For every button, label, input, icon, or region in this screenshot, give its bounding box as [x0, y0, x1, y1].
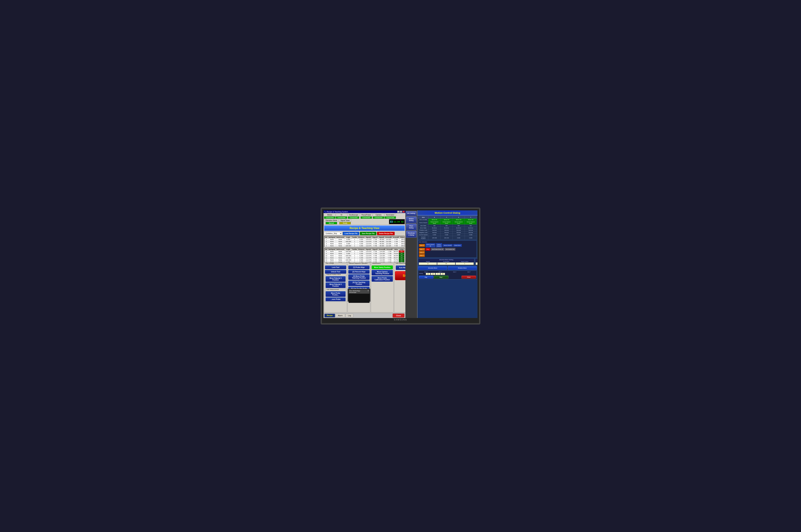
nav-osc-label[interactable]: Oscilloscope — [348, 213, 360, 216]
axis-y-button[interactable]: Axis Y — [419, 248, 425, 251]
axis-selection-row: Axis X Home SearchAll HomeSearch Servo O… — [419, 243, 476, 247]
mcd-close-button[interactable]: Close — [462, 276, 476, 279]
move-fiducial2-button[interactable]: Move Fiducial 2Position — [325, 283, 346, 288]
relative-move-button[interactable]: Relative Move — [448, 266, 477, 270]
jog-vel-z[interactable] — [435, 273, 440, 275]
nav-piezo-label[interactable]: Piezo(Probe) — [360, 213, 372, 216]
col-signaly: SignalY — [372, 236, 378, 239]
mcd-poslimit-label: Positive Limit — [418, 229, 428, 231]
table-row: 11NoneNone-0.00010.250-114.5757.735114.3… — [325, 257, 405, 259]
t2-signalx: SignalX — [365, 248, 372, 250]
axis-t-button[interactable]: Axis T — [419, 254, 425, 257]
mcd-axisstate-x: Idle — [428, 225, 441, 227]
abs-target-input[interactable] — [455, 262, 474, 265]
nav-opmode-label[interactable]: Operation Mode — [324, 219, 339, 222]
ipc-setting-button[interactable]: IPC Setting — [406, 211, 417, 216]
jog-minus-button[interactable]: Jog - — [419, 276, 433, 279]
recipe-dropdown[interactable]: Exhibition_Strip — [324, 232, 342, 235]
motion-control-dialog: Motion Control Dialog Axis X Y Z T — [417, 210, 478, 318]
jog-vel-t[interactable] — [441, 273, 445, 275]
t2-no: NO — [325, 248, 328, 250]
rel-velocity-input[interactable] — [476, 262, 478, 265]
home-search-all-button[interactable]: Home SearchAll — [426, 243, 435, 247]
mcd-neglimit-x: Normal — [428, 231, 441, 234]
nav-camera-label[interactable]: Camera — [373, 213, 384, 216]
tab-log[interactable]: Log — [346, 314, 353, 317]
mcd-poslimit-y: Normal — [441, 229, 452, 231]
home-search-button[interactable]: HomeSearch — [436, 243, 442, 247]
tab-alarm[interactable]: Alarm — [335, 314, 345, 317]
nav-illum-label[interactable]: Illumination — [385, 213, 396, 216]
mcd-servo-x: Servo On — [428, 218, 441, 221]
jog-velocity-row: Velocity — [419, 273, 476, 275]
jog-plus-button[interactable]: Jog + — [434, 276, 448, 279]
close-window-button[interactable]: ✕ — [403, 211, 405, 213]
minimize-button[interactable]: _ — [397, 211, 399, 213]
popup-close-icon[interactable]: ✕ — [368, 290, 369, 293]
table-row: 10NoneNone-180.00010.250-114.5757.735114… — [325, 255, 405, 257]
piezo-dialog-button[interactable]: PiezoDialog — [406, 224, 417, 230]
save-recipe-button[interactable]: Save Recipe File — [360, 232, 376, 235]
absolute-move-box: Absolute Move Setting Velocity Accelerat… — [418, 258, 474, 266]
move-probe-cal-button[interactable]: Move ProbeCalibration Position — [372, 276, 393, 282]
auto-meas-title: Auto Measurement — [395, 262, 405, 264]
col-groundf: GroundF — [392, 236, 399, 239]
jog-axis-x-label: Axis X — [419, 271, 433, 272]
jog-header: Axis X Axis Y Axis Z Axis T — [419, 271, 476, 272]
delete-recipe-button[interactable]: Delete Recipe File — [377, 232, 395, 235]
table-row: 8NoneNone-180.00010.250-114.5757.735114.… — [325, 250, 405, 253]
main-close-button[interactable]: Close — [393, 314, 405, 318]
nav-motion-label[interactable]: Motion — [324, 213, 335, 216]
get-teaching-button[interactable]: [4] Get TeachingPosition — [348, 281, 370, 286]
nav-io-label[interactable]: IO — [336, 213, 347, 216]
motion-dialog-button[interactable]: MotionDialog — [406, 216, 417, 223]
move-fiducial1-button[interactable]: Move Fiducial 1Position — [325, 276, 346, 282]
abs-inputs — [419, 262, 474, 265]
t2-netsignal: NetSignal — [328, 248, 336, 250]
axis-z-button[interactable]: Axis Z — [419, 251, 425, 254]
set-probe-drive-button[interactable]: Set Probe Drive 19 — [431, 248, 444, 251]
maintenance-label: Maintenance — [372, 262, 381, 264]
absolute-move-button[interactable]: Absolute Move — [418, 266, 447, 270]
abs-move-title: Absolute Move Setting — [419, 259, 474, 261]
jog-vel-y[interactable] — [431, 273, 435, 275]
abs-acceleration-input[interactable] — [437, 262, 455, 265]
measure-probe-button[interactable]: ...sure Probe — [325, 298, 346, 301]
fiducial-align-button[interactable]: [2] Fiducial Align — [348, 270, 370, 274]
servo-onoff-button[interactable]: Servo On/Off — [443, 244, 453, 247]
mcd-errstate-x: No Error — [428, 227, 441, 229]
t2-netground: NetGround — [336, 248, 345, 250]
load-recipe-button[interactable]: Load Recipe File — [343, 232, 359, 235]
maximize-button[interactable]: □ — [400, 211, 402, 213]
mcd-curpos-x: 165.938 — [428, 236, 441, 240]
col-angle: Angle — [345, 236, 352, 239]
maintenance-section: Maintenance Move Safety Position Move Ca… — [371, 263, 394, 312]
tool-change-section: Tool Change Lock Tool Unlock Tool Fiduca… — [324, 263, 347, 312]
unlock-tool-button[interactable]: Unlock Tool — [325, 270, 346, 274]
popup-title: Pico Technology - PicoScope ✕ — [349, 290, 370, 293]
move-camera-teaching-button[interactable]: Move CameraTeaching Position — [372, 270, 393, 276]
opmode-status: Manual — [325, 222, 337, 224]
lock-tool-button[interactable]: Lock Tool — [325, 266, 346, 269]
set-oscillo-cal-button[interactable]: Set Oscillo Cal — [445, 248, 455, 251]
nav-signal-label[interactable]: Signal Tower — [339, 219, 351, 222]
right-sidebar: IPC Setting MotionDialog PiezoDialog Pic… — [405, 210, 417, 318]
rel-move-title: Relative Move Setting — [476, 259, 478, 261]
mcd-poslimit-x: Normal — [428, 229, 441, 231]
manual-seq-label: Manual Sequence Operation — [349, 262, 368, 264]
picoscope-dialog-button[interactable]: PicoScope Dialog — [406, 231, 417, 238]
stop-axis-button[interactable]: Stop — [426, 248, 430, 251]
t2-toolno: ToolNo — [352, 248, 358, 250]
jog-vel-x[interactable] — [426, 273, 430, 275]
axis-x-button[interactable]: Axis X — [419, 244, 425, 247]
clear-error-button[interactable]: Clear Error — [453, 244, 462, 247]
move-probe-teaching-button[interactable]: [3] Move ProbeTeaching Position — [348, 274, 370, 280]
stop-button[interactable]: Stop — [395, 271, 405, 280]
col-signalx: SignalX — [365, 236, 372, 239]
tab-recipe[interactable]: Recipe — [324, 314, 335, 317]
abs-velocity-input[interactable] — [419, 262, 437, 265]
move-safety-button[interactable]: Move Safety Position — [372, 266, 393, 269]
auto-measurement-button[interactable]: Auto Measurement — [396, 266, 405, 270]
move-probe-pos-button[interactable]: Move ProbePositio... — [325, 291, 346, 297]
probe-align-button[interactable]: [1] Probe Align — [348, 266, 370, 269]
